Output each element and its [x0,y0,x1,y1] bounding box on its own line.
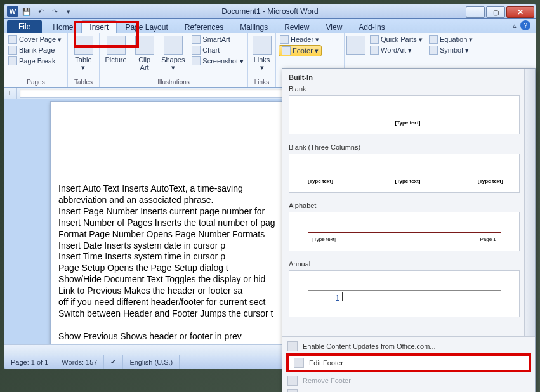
footer-icon [282,46,291,55]
quickparts-button[interactable]: Quick Parts ▾ [369,34,424,44]
smartart-icon [192,35,201,44]
footer-dropdown: Built-In Blank [Type text] Blank (Three … [282,68,536,392]
enable-office-updates[interactable]: Enable Content Updates from Office.com..… [282,339,535,353]
quick-access-toolbar: W 💾 ↶ ↷ ▾ [4,6,74,17]
gallery-item-blank[interactable]: [Type text] [289,95,520,134]
clipart-icon [135,36,154,55]
window-title: Document1 - Microsoft Word [221,7,319,16]
equation-icon [429,35,438,44]
blank-page-icon [8,46,17,55]
cover-page-button[interactable]: Cover Page ▾ [7,34,63,44]
ruler-corner: L [4,88,17,99]
status-proofing-icon[interactable]: ✔ [104,355,123,369]
redo-icon[interactable]: ↷ [49,6,60,17]
remove-footer-icon [287,376,298,386]
status-words[interactable]: Words: 157 [55,355,104,369]
close-button[interactable]: ✕ [506,6,534,18]
gallery-scrollbar[interactable] [524,69,535,336]
save-selection-footer-gallery: Save Selection to Footer Gallery... [282,388,535,392]
gallery-item-annual-label: Annual [287,258,531,269]
annotation-highlight-editfooter: Edit Footer [286,353,531,372]
tab-addins[interactable]: Add-Ins [350,20,393,33]
table-icon [74,36,93,55]
edit-footer[interactable]: Edit Footer [289,356,529,370]
maximize-button[interactable]: ▢ [486,6,505,18]
undo-icon[interactable]: ↶ [35,6,46,17]
group-label-pages: Pages [7,78,65,87]
header-icon [280,35,289,44]
gallery-item-annual[interactable]: 1 [289,270,520,317]
minimize-button[interactable]: — [466,6,485,18]
qat-dropdown-icon[interactable]: ▾ [63,6,74,17]
gallery-item-alphabet-label: Alphabet [287,199,531,211]
picture-icon [107,36,126,55]
picture-button[interactable]: Picture [102,34,129,78]
save-gallery-icon [287,389,298,392]
chart-icon [192,46,201,55]
edit-footer-icon [294,358,304,368]
symbol-button[interactable]: Symbol ▾ [428,45,474,55]
footer-button[interactable]: Footer ▾ [279,45,322,56]
shapes-button[interactable]: Shapes▾ [159,34,187,78]
screenshot-icon [192,56,201,65]
group-label-links: Links [251,78,273,87]
wordart-icon [370,46,379,55]
table-button[interactable]: Table▾ [70,34,96,78]
gallery-category-builtin: Built-In [287,71,531,82]
smartart-button[interactable]: SmartArt [190,34,245,44]
group-label-illustrations: Illustrations [102,78,245,87]
tab-home[interactable]: Home [44,20,81,33]
page-break-button[interactable]: Page Break [7,56,63,66]
links-button[interactable]: Links▾ [251,34,273,78]
document-text: Insert Auto Text Inserts AutoText, a tim… [58,183,275,354]
tab-file[interactable]: File [7,20,42,33]
word-logo-icon[interactable]: W [7,6,18,17]
chart-button[interactable]: Chart [190,45,245,55]
group-label-tables: Tables [70,78,96,87]
help-icon[interactable]: ? [520,20,530,30]
equation-button[interactable]: Equation ▾ [428,34,474,44]
gallery-item-blank-label: Blank [287,82,531,94]
shapes-icon [164,36,183,55]
save-icon[interactable]: 💾 [21,6,32,17]
symbol-icon [429,46,438,55]
wordart-button[interactable]: WordArt ▾ [369,45,424,55]
textbox-icon [346,36,365,55]
status-language[interactable]: English (U.S.) [123,355,180,369]
tab-review[interactable]: Review [276,20,317,33]
links-icon [253,36,272,55]
cover-page-icon [8,35,17,44]
gallery-item-alphabet[interactable]: [Type text] Page 1 [289,212,520,251]
tab-pagelayout[interactable]: Page Layout [117,20,176,33]
gallery-item-blank3-label: Blank (Three Columns) [287,141,531,152]
screenshot-button[interactable]: Screenshot ▾ [190,56,245,66]
tab-insert[interactable]: Insert [81,20,117,33]
clipart-button[interactable]: Clip Art [133,34,155,78]
remove-footer[interactable]: Remove Footer [282,374,535,388]
blank-page-button[interactable]: Blank Page [7,45,63,55]
office-icon [287,341,298,351]
tab-references[interactable]: References [176,20,232,33]
status-page[interactable]: Page: 1 of 1 [4,355,55,369]
titlebar: W 💾 ↶ ↷ ▾ Document1 - Microsoft Word — ▢… [4,4,536,19]
quickparts-icon [370,35,379,44]
tab-view[interactable]: View [318,20,351,33]
minimize-ribbon-icon[interactable]: ▵ [513,22,517,30]
gallery-item-blank3[interactable]: [Type text] [Type text] [Type text] [289,154,520,193]
tab-mailings[interactable]: Mailings [232,20,276,33]
ribbon-tabs: File Home Insert Page Layout References … [4,19,536,33]
page-break-icon [8,56,17,65]
header-button[interactable]: Header ▾ [279,34,322,44]
